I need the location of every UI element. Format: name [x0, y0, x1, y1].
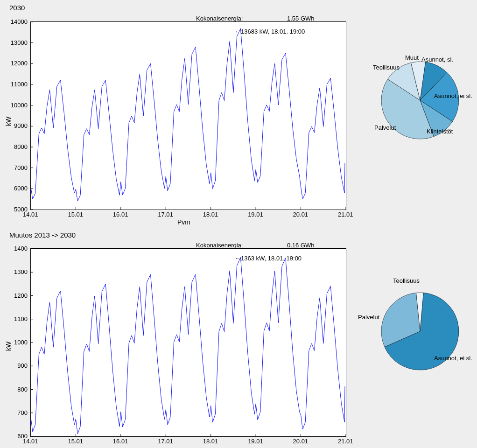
- bottom-peak-annotation: ←1363 kW, 18.01. 19:00: [235, 255, 302, 262]
- pie-label-asunnot-ei-sl-b: Asunnot, ei sl.: [434, 355, 472, 362]
- top-line-chart: [30, 21, 346, 210]
- pie-label-teollisuus-b: Teollisuus: [393, 277, 420, 284]
- bottom-pie-chart: [373, 285, 467, 378]
- pie-label-palvelut: Palvelut: [374, 124, 396, 131]
- top-y-axis-label: kW: [5, 117, 12, 126]
- top-energy-value: 1.55 GWh: [287, 15, 315, 22]
- pie-label-muut: Muut: [405, 54, 419, 61]
- pie-label-asunnot-ei-sl: Asunnot, ei sl.: [434, 92, 472, 99]
- pie-label-palvelut-b: Palvelut: [358, 314, 379, 321]
- top-title: 2030: [9, 4, 25, 12]
- bottom-line-chart: [30, 248, 346, 437]
- bottom-title: Muutos 2013 -> 2030: [9, 231, 76, 239]
- top-peak-annotation: ←13683 kW, 18.01. 19:00: [235, 28, 305, 35]
- pie-label-teollisuus: Teollisuus: [373, 64, 400, 71]
- bottom-energy-label: Kokonaisenergia:: [196, 242, 243, 249]
- pie-label-kiinteistot: Kiinteistöt: [427, 128, 453, 135]
- bottom-energy-value: 0.16 GWh: [287, 242, 315, 249]
- figure-page: 2030 Kokonaisenergia: 1.55 GWh ←13683 kW…: [0, 0, 477, 448]
- top-energy-label: Kokonaisenergia:: [196, 15, 243, 22]
- top-x-axis-label: Pvm: [177, 218, 190, 226]
- pie-label-asunnot-sl: Asunnot, sl.: [421, 56, 453, 63]
- bottom-y-axis-label: kW: [5, 342, 12, 351]
